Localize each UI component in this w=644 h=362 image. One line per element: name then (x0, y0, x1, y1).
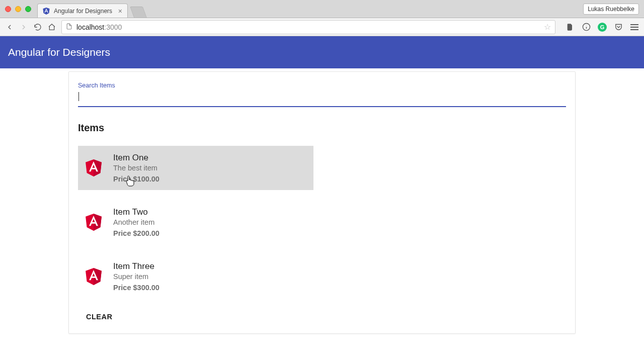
search-input[interactable] (78, 92, 566, 107)
angular-shield-icon (85, 213, 102, 232)
browser-menu-button[interactable] (630, 23, 639, 32)
evernote-extension-icon[interactable] (566, 23, 575, 32)
info-extension-icon[interactable] (582, 23, 591, 32)
window-tab-strip: Angular for Designers × Lukas Ruebbelke (0, 0, 644, 18)
bookmark-star-icon[interactable]: ☆ (544, 22, 551, 32)
forward-button[interactable] (19, 23, 28, 32)
window-close-button[interactable] (5, 6, 11, 12)
item-price: Price $300.00 (113, 284, 159, 292)
item-subtitle: Super item (113, 273, 159, 281)
list-item[interactable]: Item Three Super item Price $300.00 (78, 254, 313, 299)
clear-button[interactable]: CLEAR (86, 313, 112, 321)
item-title: Item Three (113, 261, 159, 272)
new-tab-button[interactable] (130, 7, 147, 18)
window-minimize-button[interactable] (15, 6, 21, 12)
content-card: Search Items Items Item One The best ite… (68, 71, 576, 334)
hamburger-icon (630, 24, 638, 30)
url-host: localhost:3000 (76, 23, 122, 31)
back-button[interactable] (5, 23, 14, 32)
item-title: Item Two (113, 207, 159, 217)
page-info-icon[interactable] (66, 23, 72, 31)
page-body: Search Items Items Item One The best ite… (0, 68, 644, 334)
grammarly-extension-icon[interactable]: G (598, 23, 607, 32)
traffic-lights (5, 6, 31, 12)
profile-badge[interactable]: Lukas Ruebbelke (583, 4, 639, 15)
window-zoom-button[interactable] (25, 6, 31, 12)
item-title: Item One (113, 153, 159, 163)
search-label: Search Items (78, 82, 566, 89)
search-field: Search Items (78, 82, 566, 107)
reload-button[interactable] (33, 23, 42, 32)
angular-shield-icon (85, 158, 102, 177)
angular-shield-icon (85, 267, 102, 286)
list-item[interactable]: Item Two Another item Price $200.00 (78, 200, 313, 244)
app-toolbar: Angular for Designers (0, 36, 644, 68)
browser-tab-title: Angular for Designers (54, 8, 112, 15)
item-price: Price $100.00 (113, 175, 159, 183)
browser-tab[interactable]: Angular for Designers × (37, 4, 128, 18)
item-subtitle: Another item (113, 218, 159, 226)
address-bar[interactable]: localhost:3000 ☆ (61, 20, 555, 34)
items-list: Item One The best item Price $100.00 Ite… (78, 146, 566, 299)
browser-toolbar: localhost:3000 ☆ G (0, 18, 644, 36)
item-subtitle: The best item (113, 164, 159, 172)
list-item[interactable]: Item One The best item Price $100.00 (78, 146, 313, 190)
app-title: Angular for Designers (8, 46, 110, 58)
close-tab-icon[interactable]: × (118, 7, 122, 15)
extensions-area: G (566, 23, 639, 32)
home-button[interactable] (47, 23, 56, 32)
pocket-extension-icon[interactable] (614, 23, 623, 32)
items-heading: Items (78, 122, 566, 134)
item-price: Price $200.00 (113, 229, 159, 237)
angular-favicon-icon (43, 8, 50, 15)
